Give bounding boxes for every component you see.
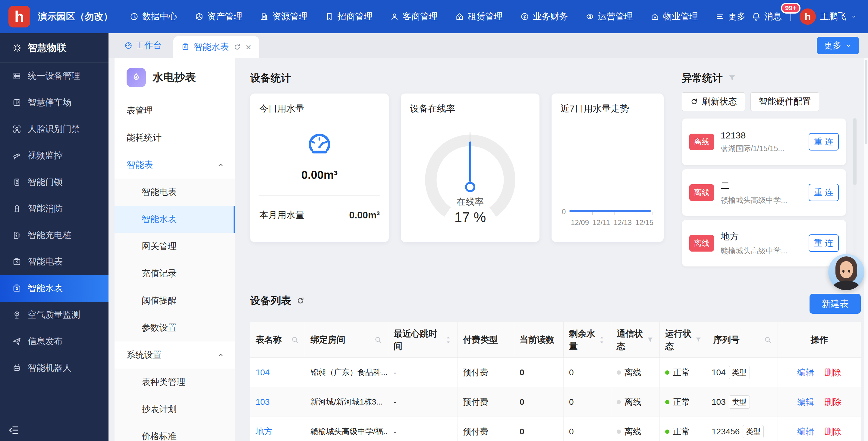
delete-link[interactable]: 删除 [825, 426, 841, 437]
sidebar-item-smart-robot[interactable]: 智能机器人 [0, 355, 108, 381]
submenu-item-price-standard[interactable]: 价格标准 [115, 423, 235, 441]
nav-item-merchant-mgmt[interactable]: 客商管理 [390, 10, 438, 23]
sidebar-item-info-publish[interactable]: 信息发布 [0, 328, 108, 355]
nav-item-more[interactable]: 更多 [715, 10, 746, 23]
sidebar-item-face-access[interactable]: 人脸识别门禁 [0, 116, 108, 142]
delete-link[interactable]: 删除 [825, 367, 841, 378]
search-icon[interactable] [374, 336, 382, 344]
sidebar-item-smart-parking[interactable]: 智慧停车场 [0, 89, 108, 116]
messages-button[interactable]: 消息 99+ [751, 10, 782, 23]
offline-dot [617, 371, 621, 375]
cell-pay-type: 预付费 [458, 387, 514, 417]
edit-link[interactable]: 编辑 [798, 396, 814, 408]
meter-name-link[interactable]: 地方 [255, 426, 273, 437]
cell-reading: 0 [514, 387, 564, 417]
dashboard-gauge-icon [124, 41, 133, 50]
submenu-item-energy-statistics[interactable]: 能耗统计 [115, 124, 235, 151]
submenu-item-recharge-records[interactable]: 充值记录 [115, 260, 235, 287]
sidebar-item-smart-charging[interactable]: 智能充电桩 [0, 222, 108, 248]
edit-link[interactable]: 编辑 [798, 367, 814, 378]
sidebar-item-video-monitor[interactable]: 视频监控 [0, 142, 108, 169]
device-statistics-section: 设备统计 今日用水量 0.00m³ [250, 71, 672, 267]
refresh-status-button[interactable]: 刷新状态 [682, 92, 745, 111]
axis-tick [652, 212, 653, 215]
sidebar-item-smart-water-meter[interactable]: 智能水表 [0, 275, 108, 302]
col-meter-name: 表名称 [255, 333, 282, 346]
tab-smart-water-meter[interactable]: 智能水表 × [173, 36, 259, 58]
submenu-item-smart-electric-meter[interactable]: 智能电表 [115, 179, 235, 206]
assistant-avatar-fab[interactable] [828, 254, 864, 290]
exception-card: 离线 12138 蓝湖国际/1/15/15... 重 连 [682, 118, 846, 165]
air-quality-icon [12, 310, 22, 320]
nav-item-lease-mgmt[interactable]: 租赁管理 [455, 10, 503, 23]
water-meter-doc-icon [181, 43, 190, 51]
submenu-item-system-settings[interactable]: 系统设置 [115, 342, 235, 369]
nav-item-asset-mgmt[interactable]: 资产管理 [195, 10, 242, 23]
nav-item-investment-mgmt[interactable]: 招商管理 [325, 10, 373, 23]
submenu-item-meter-type-management[interactable]: 表种类管理 [115, 369, 235, 396]
parking-icon [12, 98, 22, 108]
edit-link[interactable]: 编辑 [798, 426, 814, 437]
reconnect-button[interactable]: 重 连 [809, 133, 839, 150]
electric-meter-icon [12, 257, 22, 267]
cube-icon [195, 12, 204, 21]
submenu-item-threshold-alerts[interactable]: 阈值提醒 [115, 287, 235, 314]
nav-item-resource-mgmt[interactable]: 资源管理 [260, 10, 307, 23]
reconnect-button[interactable]: 重 连 [809, 184, 839, 201]
delete-link[interactable]: 删除 [825, 396, 841, 408]
submenu-item-meter-management[interactable]: 表管理 [115, 97, 235, 124]
meter-name-link[interactable]: 103 [255, 397, 270, 407]
search-icon[interactable] [291, 336, 299, 344]
cell-heartbeat: - [388, 358, 458, 387]
nav-item-data-center[interactable]: 数据中心 [130, 10, 177, 23]
user-menu[interactable]: h 王鹏飞 [800, 8, 857, 25]
cell-reading: 0 [514, 358, 564, 387]
submenu-item-meter-reading-plan[interactable]: 抄表计划 [115, 396, 235, 423]
sort-icon[interactable] [444, 335, 452, 345]
sidebar-collapse-button[interactable] [8, 424, 20, 436]
meter-name-link[interactable]: 104 [255, 368, 270, 377]
type-tag: 类型 [729, 395, 750, 409]
sidebar-item-unified-device-mgmt[interactable]: 统一设备管理 [0, 63, 108, 89]
submenu-item-smart-meter[interactable]: 智能表 [115, 151, 235, 179]
nav-item-finance[interactable]: 业务财务 [520, 10, 568, 23]
sidebar-item-smart-door-lock[interactable]: 智能门锁 [0, 169, 108, 196]
door-lock-icon [12, 177, 22, 187]
sidebar-item-smart-fire[interactable]: 智能消防 [0, 196, 108, 222]
tab-workbench[interactable]: 工作台 [122, 33, 164, 58]
user-name: 王鹏飞 [820, 10, 846, 23]
nav-item-operation-mgmt[interactable]: 运营管理 [585, 10, 633, 23]
reconnect-button[interactable]: 重 连 [809, 234, 839, 252]
sort-icon[interactable] [598, 335, 606, 345]
water-gauge-icon [306, 132, 333, 159]
tab-refresh-icon[interactable] [233, 43, 241, 51]
filter-funnel-icon[interactable] [646, 336, 654, 344]
sidebar-item-smart-electric-meter[interactable]: 智能电表 [0, 248, 108, 275]
tab-close-icon[interactable]: × [246, 42, 251, 52]
trend-card-title: 近7日用水量走势 [561, 102, 655, 115]
filter-funnel-icon[interactable] [727, 74, 737, 83]
filter-funnel-icon[interactable] [694, 336, 702, 344]
submenu-item-parameter-settings[interactable]: 参数设置 [115, 314, 235, 342]
new-meter-button[interactable]: 新建表 [809, 294, 861, 314]
search-icon[interactable] [764, 336, 772, 344]
exception-list-scrollbar[interactable] [853, 118, 857, 267]
today-water-usage-card: 今日用水量 0.00m³ 本月用水量 0. [250, 93, 389, 242]
smart-hardware-config-button[interactable]: 智能硬件配置 [750, 92, 819, 111]
nav-item-property-mgmt[interactable]: 物业管理 [650, 10, 698, 23]
device-location: 赣榆城头高级中学... [721, 195, 802, 205]
page-scrollbar[interactable] [864, 58, 868, 441]
normal-dot [665, 400, 670, 404]
device-location: 赣榆城头高级中学... [721, 246, 802, 256]
sidebar-item-air-quality[interactable]: 空气质量监测 [0, 302, 108, 328]
device-name: 二 [721, 180, 802, 192]
tabs-more-button[interactable]: 更多 [817, 37, 859, 54]
submenu-item-smart-water-meter[interactable]: 智能水表 [115, 206, 235, 233]
x-tick-label: 12/15 [635, 218, 653, 227]
submenu-item-gateway-management[interactable]: 网关管理 [115, 233, 235, 260]
hamburger-menu-icon [715, 12, 724, 21]
device-table: 表名称 绑定房间 最近心跳时间 付费类型 当前读数 剩余水量 通信状态 运行状态… [250, 322, 861, 441]
refresh-icon[interactable] [296, 296, 305, 305]
water-electric-app-icon [127, 68, 146, 87]
avatar-eye [848, 270, 850, 273]
